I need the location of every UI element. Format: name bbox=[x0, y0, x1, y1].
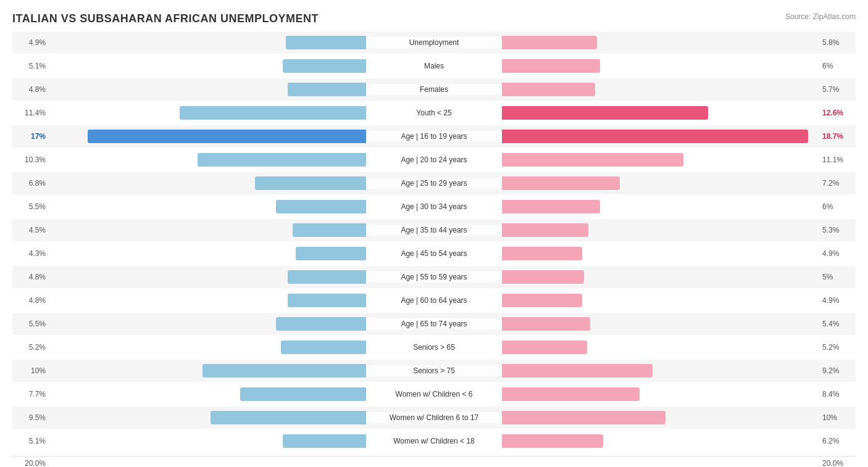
row-label: Women w/ Children < 6 bbox=[366, 389, 502, 400]
left-bar bbox=[88, 130, 366, 143]
right-bar-container bbox=[502, 34, 819, 51]
right-value: 5.4% bbox=[819, 320, 856, 328]
source-text: Source: ZipAtlas.com bbox=[785, 12, 856, 21]
left-bar bbox=[288, 270, 366, 284]
chart-area: 4.9% Unemployment 5.8% 5.1% Males 6% 4.8… bbox=[12, 31, 856, 452]
right-bar bbox=[502, 223, 588, 237]
left-bar bbox=[283, 59, 366, 73]
right-value: 6% bbox=[819, 62, 856, 70]
left-value: 5.1% bbox=[12, 62, 49, 70]
left-bar-container bbox=[49, 57, 366, 75]
left-value: 6.8% bbox=[12, 179, 49, 188]
right-value: 8.4% bbox=[819, 390, 856, 399]
left-bar bbox=[276, 200, 366, 213]
right-bar-container bbox=[502, 245, 819, 262]
right-bar bbox=[502, 270, 584, 284]
right-bar-container bbox=[502, 198, 819, 215]
table-row: 4.3% Age | 45 to 54 years 4.9% bbox=[12, 242, 856, 265]
right-bar bbox=[502, 59, 600, 73]
right-bar bbox=[502, 176, 620, 190]
left-bar-container bbox=[49, 198, 366, 215]
row-label: Age | 35 to 44 years bbox=[366, 225, 502, 236]
right-bar bbox=[502, 36, 597, 49]
right-bar-container bbox=[502, 151, 819, 168]
row-label: Seniors > 75 bbox=[366, 365, 502, 376]
right-bar bbox=[502, 317, 590, 331]
left-bar bbox=[283, 434, 366, 448]
left-value: 10% bbox=[12, 366, 49, 375]
table-row: 5.5% Age | 30 to 34 years 6% bbox=[12, 196, 856, 218]
row-inner: 5.2% Seniors > 65 5.2% bbox=[12, 339, 856, 356]
row-inner: 10% Seniors > 75 9.2% bbox=[12, 362, 856, 379]
right-value: 11.1% bbox=[819, 155, 856, 164]
table-row: 4.8% Age | 55 to 59 years 5% bbox=[12, 266, 856, 288]
axis-left-label: 20.0% bbox=[12, 459, 49, 467]
row-inner: 17% Age | 16 to 19 years 18.7% bbox=[12, 128, 856, 145]
right-bar bbox=[502, 341, 587, 354]
right-bar bbox=[502, 434, 603, 448]
row-label: Unemployment bbox=[366, 37, 502, 48]
right-bar bbox=[502, 247, 582, 260]
left-value: 7.7% bbox=[12, 390, 49, 399]
row-inner: 5.1% Males 6% bbox=[12, 57, 856, 75]
left-bar-container bbox=[49, 315, 366, 333]
row-inner: 4.5% Age | 35 to 44 years 5.3% bbox=[12, 221, 856, 239]
left-value: 5.2% bbox=[12, 343, 49, 352]
right-bar-container bbox=[502, 81, 819, 98]
left-bar bbox=[276, 317, 366, 331]
left-value: 17% bbox=[12, 132, 49, 141]
left-bar-container bbox=[49, 432, 366, 450]
left-bar bbox=[211, 411, 366, 424]
right-value: 12.6% bbox=[819, 109, 856, 117]
left-bar bbox=[288, 294, 366, 307]
right-bar bbox=[502, 387, 640, 401]
left-bar bbox=[286, 36, 366, 49]
row-label: Age | 55 to 59 years bbox=[366, 271, 502, 283]
table-row: 4.9% Unemployment 5.8% bbox=[12, 31, 856, 54]
table-row: 5.1% Women w/ Children < 18 6.2% bbox=[12, 430, 856, 452]
left-bar-container bbox=[49, 339, 366, 356]
row-label: Seniors > 65 bbox=[366, 342, 502, 353]
row-label: Age | 65 to 74 years bbox=[366, 318, 502, 329]
right-value: 9.2% bbox=[819, 366, 856, 375]
right-bar bbox=[502, 153, 683, 167]
table-row: 5.5% Age | 65 to 74 years 5.4% bbox=[12, 313, 856, 335]
right-bar-container bbox=[502, 409, 819, 426]
row-label: Age | 25 to 29 years bbox=[366, 178, 502, 189]
right-bar-container bbox=[502, 292, 819, 309]
table-row: 7.7% Women w/ Children < 6 8.4% bbox=[12, 383, 856, 405]
right-bar-container bbox=[502, 104, 819, 122]
right-bar-container bbox=[502, 175, 819, 192]
chart-container: ITALIAN VS SUBSAHARAN AFRICAN UNEMPLOYME… bbox=[0, 0, 868, 467]
left-bar bbox=[202, 364, 366, 378]
row-label: Age | 30 to 34 years bbox=[366, 201, 502, 212]
right-bar-container bbox=[502, 362, 819, 379]
left-value: 9.5% bbox=[12, 413, 49, 422]
row-inner: 10.3% Age | 20 to 24 years 11.1% bbox=[12, 151, 856, 168]
left-value: 4.5% bbox=[12, 226, 49, 234]
axis-right-label: 20.0% bbox=[819, 459, 856, 467]
table-row: 9.5% Women w/ Children 6 to 17 10% bbox=[12, 407, 856, 429]
left-bar-container bbox=[49, 128, 366, 145]
table-row: 4.5% Age | 35 to 44 years 5.3% bbox=[12, 219, 856, 241]
right-value: 4.9% bbox=[819, 249, 856, 258]
right-value: 5.2% bbox=[819, 343, 856, 352]
left-value: 5.5% bbox=[12, 320, 49, 328]
left-bar bbox=[180, 106, 366, 120]
left-value: 11.4% bbox=[12, 109, 49, 117]
table-row: 5.1% Males 6% bbox=[12, 55, 856, 77]
right-bar-container bbox=[502, 268, 819, 286]
left-bar-container bbox=[49, 81, 366, 98]
row-inner: 4.8% Age | 60 to 64 years 4.9% bbox=[12, 292, 856, 309]
left-bar-container bbox=[49, 151, 366, 168]
right-bar-container bbox=[502, 221, 819, 239]
left-value: 5.5% bbox=[12, 202, 49, 211]
row-label: Women w/ Children 6 to 17 bbox=[366, 412, 502, 423]
left-value: 4.8% bbox=[12, 273, 49, 281]
left-bar-container bbox=[49, 245, 366, 262]
right-value: 5.8% bbox=[819, 38, 856, 47]
right-value: 6% bbox=[819, 202, 856, 211]
left-bar-container bbox=[49, 34, 366, 51]
row-inner: 4.8% Females 5.7% bbox=[12, 81, 856, 98]
left-bar-container bbox=[49, 221, 366, 239]
